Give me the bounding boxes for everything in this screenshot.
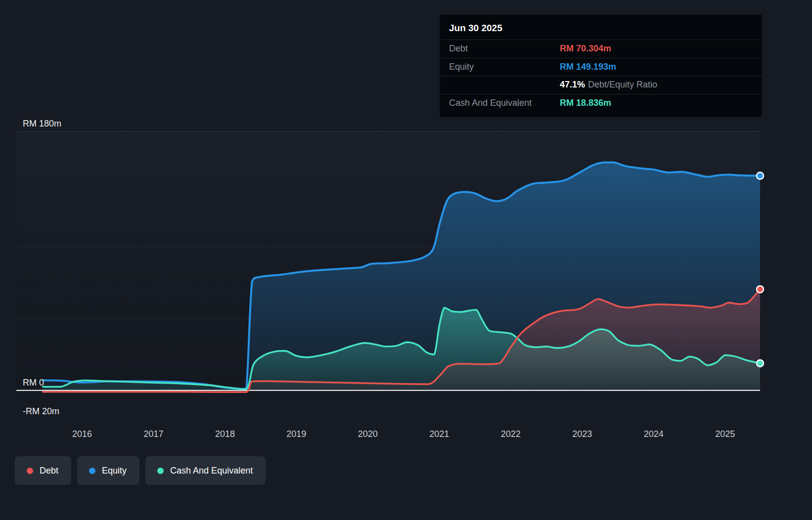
svg-text:-RM 20m: -RM 20m [23, 406, 59, 416]
tooltip-row-debt: Debt RM 70.304m [440, 40, 762, 58]
debt-series-dot-icon [27, 468, 33, 474]
series-end-marker [757, 360, 764, 367]
debt-equity-history-chart: 2016201720182019202020212022202320242025… [0, 0, 812, 520]
series-end-marker [757, 173, 764, 179]
chart-tooltip: Jun 30 2025 Debt RM 70.304m Equity RM 14… [440, 15, 762, 117]
legend-item-debt[interactable]: Debt [15, 456, 71, 485]
tooltip-label-equity: Equity [449, 62, 560, 73]
svg-text:2025: 2025 [715, 429, 735, 439]
svg-text:2020: 2020 [358, 429, 378, 439]
tooltip-label-cash: Cash And Equivalent [449, 98, 560, 109]
svg-text:2024: 2024 [644, 429, 664, 439]
cash-series-dot-icon [157, 468, 164, 474]
legend-label-debt: Debt [40, 466, 58, 476]
svg-text:RM 0: RM 0 [23, 378, 44, 388]
svg-text:2016: 2016 [72, 429, 92, 439]
tooltip-date: Jun 30 2025 [440, 17, 762, 40]
tooltip-row-ratio: 47.1%Debt/Equity Ratio [440, 76, 762, 94]
svg-text:2021: 2021 [429, 429, 449, 439]
tooltip-value-equity: RM 149.193m [560, 62, 753, 73]
legend: Debt Equity Cash And Equivalent [15, 456, 266, 485]
legend-item-cash[interactable]: Cash And Equivalent [145, 456, 266, 485]
tooltip-label-debt: Debt [449, 43, 560, 54]
tooltip-ratio-value: 47.1% [560, 80, 585, 89]
svg-text:2023: 2023 [572, 429, 592, 439]
equity-series-dot-icon [89, 468, 95, 474]
svg-text:2022: 2022 [501, 429, 521, 439]
svg-text:RM 180m: RM 180m [23, 119, 61, 129]
svg-text:2017: 2017 [143, 429, 163, 439]
legend-label-equity: Equity [102, 466, 127, 476]
tooltip-value-debt: RM 70.304m [560, 43, 753, 54]
tooltip-row-cash: Cash And Equivalent RM 18.836m [440, 94, 762, 112]
tooltip-row-equity: Equity RM 149.193m [440, 58, 762, 76]
tooltip-value-cash: RM 18.836m [560, 98, 753, 109]
legend-item-equity[interactable]: Equity [77, 456, 139, 485]
tooltip-ratio-label: Debt/Equity Ratio [588, 80, 657, 89]
legend-label-cash: Cash And Equivalent [170, 466, 253, 476]
svg-text:2018: 2018 [215, 429, 235, 439]
svg-text:2019: 2019 [286, 429, 306, 439]
series-end-marker [757, 286, 764, 293]
